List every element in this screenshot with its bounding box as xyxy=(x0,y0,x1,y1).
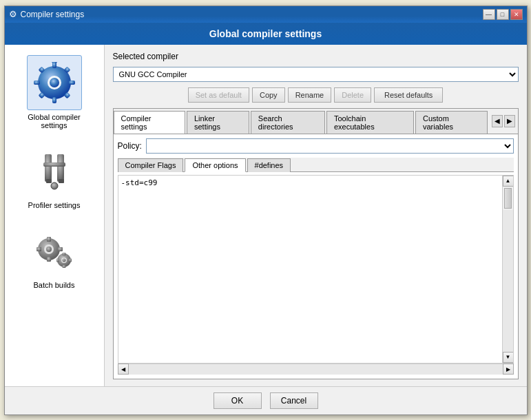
tab-nav-arrows: ◀ ▶ xyxy=(489,109,518,134)
inner-tab-other-options[interactable]: Other options xyxy=(185,158,245,172)
svg-point-19 xyxy=(46,246,52,252)
options-textarea[interactable]: -std=c99 xyxy=(118,176,502,363)
maximize-button[interactable]: □ xyxy=(497,9,509,20)
vertical-scrollbar[interactable]: ▲ ▼ xyxy=(502,176,513,363)
svg-rect-30 xyxy=(69,258,72,262)
cancel-button[interactable]: Cancel xyxy=(270,392,318,409)
svg-rect-22 xyxy=(37,247,41,251)
reset-defaults-button[interactable]: Reset defaults xyxy=(374,87,443,103)
svg-rect-12 xyxy=(57,154,64,182)
svg-rect-15 xyxy=(43,162,65,167)
svg-rect-13 xyxy=(46,179,52,183)
set-default-button[interactable]: Set as default xyxy=(188,87,249,103)
hscroll-left-arrow[interactable]: ◀ xyxy=(118,364,129,375)
sidebar-label-global-compiler: Global compilersettings xyxy=(28,113,80,129)
svg-rect-20 xyxy=(47,237,51,242)
tab-content-compiler-settings: Policy: Compiler Flags Other options #de… xyxy=(114,134,518,379)
tab-custom-vars[interactable]: Custom variables xyxy=(415,111,488,134)
svg-rect-6 xyxy=(69,81,75,85)
delete-button[interactable]: Delete xyxy=(334,87,371,103)
batch-builds-icon xyxy=(32,229,76,273)
svg-rect-4 xyxy=(52,97,56,103)
buttons-row: Set as default Copy Rename Delete Reset … xyxy=(113,87,519,103)
title-bar-controls: — □ ✕ xyxy=(483,9,523,20)
svg-rect-27 xyxy=(62,253,65,255)
selected-compiler-label: Selected compiler xyxy=(113,52,178,61)
close-button[interactable]: ✕ xyxy=(510,9,523,20)
tab-compiler-settings[interactable]: Compiler settings xyxy=(114,111,186,134)
inner-tab-compiler-flags[interactable]: Compiler Flags xyxy=(118,158,184,172)
minimize-button[interactable]: — xyxy=(483,9,495,20)
main-window: ⚙ Compiler settings — □ ✕ Global compile… xyxy=(4,6,528,415)
horizontal-scrollbar: ◀ ▶ xyxy=(118,364,514,375)
sidebar: Global compilersettings xyxy=(5,45,105,386)
scroll-track xyxy=(503,210,513,352)
policy-row: Policy: xyxy=(118,138,514,154)
title-bar: ⚙ Compiler settings — □ ✕ xyxy=(5,6,527,23)
compiler-dropdown-row: GNU GCC Compiler xyxy=(113,67,519,82)
svg-rect-23 xyxy=(58,247,63,251)
svg-point-2 xyxy=(50,78,59,87)
rename-button[interactable]: Rename xyxy=(288,87,332,103)
svg-rect-29 xyxy=(56,258,59,262)
sidebar-item-batch-builds[interactable]: Batch builds xyxy=(13,220,96,293)
svg-rect-3 xyxy=(52,62,56,68)
sidebar-label-profiler: Profiler settings xyxy=(28,201,81,209)
main-tab-row: Compiler settings Linker settings Search… xyxy=(114,109,518,134)
title-bar-left: ⚙ Compiler settings xyxy=(9,9,85,19)
compiler-select-row: Selected compiler xyxy=(113,52,519,61)
inner-tab-row: Compiler Flags Other options #defines xyxy=(118,158,514,172)
window-icon: ⚙ xyxy=(9,9,17,19)
main-tab-panel: Compiler settings Linker settings Search… xyxy=(113,108,519,379)
main-title: Global compiler settings xyxy=(5,23,527,45)
scroll-thumb[interactable] xyxy=(504,188,512,209)
sidebar-item-profiler[interactable]: Profiler settings xyxy=(13,140,96,213)
batch-builds-icon-wrap xyxy=(27,223,82,278)
ok-button[interactable]: OK xyxy=(214,392,262,409)
copy-button[interactable]: Copy xyxy=(252,87,285,103)
svg-rect-14 xyxy=(59,179,64,183)
global-compiler-icon-wrap xyxy=(27,55,82,110)
svg-point-26 xyxy=(62,258,65,262)
tab-toolchain[interactable]: Toolchain executables xyxy=(326,111,414,134)
compiler-select[interactable]: GNU GCC Compiler xyxy=(113,67,519,82)
svg-rect-5 xyxy=(34,81,40,85)
content-area: Global compilersettings xyxy=(5,45,527,386)
tab-linker-settings[interactable]: Linker settings xyxy=(187,111,249,134)
svg-point-16 xyxy=(51,182,58,189)
policy-select-wrapper xyxy=(146,138,514,154)
textarea-area: -std=c99 ▲ ▼ xyxy=(118,175,514,364)
tab-search-dirs[interactable]: Search directories xyxy=(251,111,325,134)
scroll-down-arrow[interactable]: ▼ xyxy=(503,352,514,363)
sidebar-label-batch-builds: Batch builds xyxy=(34,281,75,289)
svg-rect-21 xyxy=(47,257,51,262)
profiler-icon xyxy=(32,149,76,193)
bottom-bar: OK Cancel xyxy=(5,386,527,414)
policy-select[interactable] xyxy=(146,138,514,154)
scroll-up-arrow[interactable]: ▲ xyxy=(503,176,514,187)
hscroll-track xyxy=(129,364,503,375)
window-title: Compiler settings xyxy=(21,10,85,19)
tab-left-arrow[interactable]: ◀ xyxy=(492,115,503,127)
inner-tab-defines[interactable]: #defines xyxy=(247,158,291,172)
tab-right-arrow[interactable]: ▶ xyxy=(504,115,515,127)
svg-rect-11 xyxy=(45,154,52,182)
gear-icon xyxy=(32,61,76,105)
profiler-icon-wrap xyxy=(27,143,82,198)
svg-rect-28 xyxy=(62,265,65,268)
policy-label: Policy: xyxy=(118,141,142,151)
sidebar-item-global-compiler[interactable]: Global compilersettings xyxy=(13,52,96,133)
right-panel: Selected compiler GNU GCC Compiler Set a… xyxy=(105,45,527,386)
hscroll-right-arrow[interactable]: ▶ xyxy=(503,364,514,375)
compiler-select-wrapper: GNU GCC Compiler xyxy=(113,67,519,82)
